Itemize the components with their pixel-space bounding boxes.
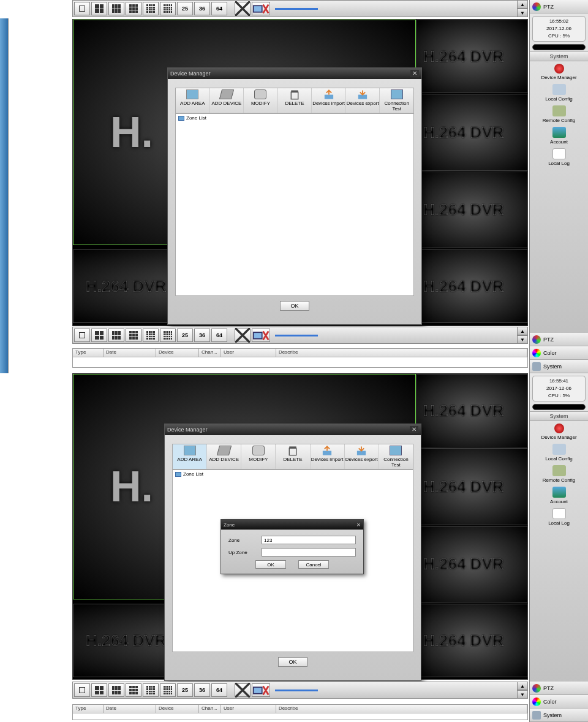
col-device[interactable]: Device xyxy=(156,705,199,713)
col-date[interactable]: Date xyxy=(104,705,156,713)
toolbar-scroll-arrows[interactable]: ▲▼ xyxy=(517,0,528,17)
layout-9-button[interactable] xyxy=(126,2,141,15)
disconnect-all-button[interactable] xyxy=(252,683,270,697)
layout-4-button[interactable] xyxy=(91,683,107,697)
sidebar-account[interactable]: Account xyxy=(530,484,588,506)
devices-export-button[interactable]: Devices export xyxy=(345,444,379,469)
layout-6-button[interactable] xyxy=(108,2,124,15)
modify-button[interactable]: MODIFY xyxy=(241,444,276,469)
col-chan[interactable]: Chan... xyxy=(199,349,221,357)
delete-button[interactable]: DELETE xyxy=(276,444,310,469)
disconnect-all-button[interactable] xyxy=(252,329,270,342)
col-user[interactable]: User xyxy=(221,705,276,713)
delete-button[interactable]: DELETE xyxy=(278,88,312,113)
sidebar-local-config[interactable]: Local Config xyxy=(530,441,588,463)
col-chan[interactable]: Chan... xyxy=(199,705,221,713)
tab-color[interactable]: Color xyxy=(530,346,588,360)
fullscreen-button[interactable] xyxy=(235,329,251,342)
col-describe[interactable]: Describe xyxy=(276,705,527,713)
zoom-slider[interactable] xyxy=(275,688,522,692)
layout-25-button[interactable]: 25 xyxy=(177,2,193,15)
layout-4-button[interactable] xyxy=(91,329,107,342)
sidebar-local-config[interactable]: Local Config xyxy=(530,82,588,103)
sidebar-remote-config[interactable]: Remote Config xyxy=(530,103,588,124)
sidebar-local-log[interactable]: Local Log xyxy=(530,146,588,167)
col-user[interactable]: User xyxy=(221,349,276,357)
layout-16-button[interactable] xyxy=(143,2,159,15)
video-panel-br[interactable]: H.264 DVR xyxy=(417,249,528,323)
layout-9-button[interactable] xyxy=(126,683,141,697)
tab-ptz[interactable]: PTZ xyxy=(530,0,588,13)
sidebar-device-manager[interactable]: Device Manager xyxy=(530,421,588,441)
sidebar-local-log[interactable]: Local Log xyxy=(530,506,588,527)
tab-system[interactable]: System xyxy=(530,360,588,373)
layout-16-button[interactable] xyxy=(143,329,159,342)
video-panel-r1[interactable]: H.264 DVR xyxy=(417,374,528,447)
layout-36-button[interactable]: 36 xyxy=(194,683,210,697)
dialog-close-button[interactable]: ✕ xyxy=(410,70,419,77)
upzone-input[interactable] xyxy=(262,548,356,557)
connection-test-button[interactable]: Connection Test xyxy=(380,88,413,113)
tab-ptz-bottom[interactable]: PTZ xyxy=(530,682,588,695)
video-panel-r2[interactable]: H.264 DVR xyxy=(417,448,528,525)
layout-36-button[interactable]: 36 xyxy=(194,2,210,15)
add-device-button[interactable]: ADD DEVICE xyxy=(207,444,241,469)
layout-many-button[interactable] xyxy=(160,683,176,697)
col-device[interactable]: Device xyxy=(156,349,199,357)
connection-test-button[interactable]: Connection Test xyxy=(379,444,413,469)
disconnect-all-button[interactable] xyxy=(252,2,270,15)
device-manager-ok-button[interactable]: OK xyxy=(280,301,309,311)
zone-ok-button[interactable]: OK xyxy=(255,560,286,569)
layout-1-button[interactable] xyxy=(74,683,90,697)
modify-button[interactable]: MODIFY xyxy=(244,88,278,113)
layout-6-button[interactable] xyxy=(108,329,124,342)
devices-import-button[interactable]: Devices import xyxy=(312,88,346,113)
zoom-slider[interactable] xyxy=(275,7,522,10)
layout-64-button[interactable]: 64 xyxy=(211,329,227,342)
fullscreen-button[interactable] xyxy=(235,2,251,15)
device-manager-ok-button[interactable]: OK xyxy=(278,657,307,667)
layout-25-button[interactable]: 25 xyxy=(177,683,193,697)
layout-4-button[interactable] xyxy=(91,2,107,15)
add-area-button[interactable]: ADD AREA xyxy=(176,88,210,113)
col-date[interactable]: Date xyxy=(104,349,156,357)
col-type[interactable]: Type xyxy=(73,349,104,357)
sidebar-remote-config[interactable]: Remote Config xyxy=(530,463,588,484)
tab-system[interactable]: System xyxy=(530,709,588,722)
zone-list-node[interactable]: Zone List xyxy=(173,470,413,478)
fullscreen-button[interactable] xyxy=(235,683,251,697)
sidebar-account[interactable]: Account xyxy=(530,124,588,146)
layout-64-button[interactable]: 64 xyxy=(211,683,227,697)
video-panel-r2[interactable]: H.264 DVR xyxy=(417,94,528,171)
toolbar-scroll-arrows[interactable]: ▲▼ xyxy=(517,682,528,699)
layout-6-button[interactable] xyxy=(108,683,124,697)
zone-input[interactable] xyxy=(262,536,356,544)
devices-import-button[interactable]: Devices import xyxy=(311,444,345,469)
video-panel-br[interactable]: H.264 DVR xyxy=(417,604,528,677)
sidebar-device-manager[interactable]: Device Manager xyxy=(530,61,588,82)
layout-64-button[interactable]: 64 xyxy=(211,2,227,15)
zone-list-node[interactable]: Zone List xyxy=(176,114,413,122)
toolbar-scroll-arrows[interactable]: ▲▼ xyxy=(517,327,528,344)
devices-export-button[interactable]: Devices export xyxy=(346,88,380,113)
device-manager-tree[interactable]: Zone List xyxy=(175,113,414,296)
zone-dialog-titlebar[interactable]: Zone ✕ xyxy=(221,520,363,530)
dialog-titlebar[interactable]: Device Manager ✕ xyxy=(165,424,421,435)
video-panel-r3[interactable]: H.264 DVR xyxy=(417,526,528,602)
col-describe[interactable]: Describe xyxy=(276,349,527,357)
add-area-button[interactable]: ADD AREA xyxy=(173,444,207,469)
layout-1-button[interactable] xyxy=(74,2,90,15)
zone-dialog-close-button[interactable]: ✕ xyxy=(356,522,361,528)
tab-color[interactable]: Color xyxy=(530,695,588,709)
video-panel-r3[interactable]: H.264 DVR xyxy=(417,172,528,248)
layout-many-button[interactable] xyxy=(160,329,176,342)
zoom-slider[interactable] xyxy=(275,333,522,337)
col-type[interactable]: Type xyxy=(73,705,104,713)
layout-9-button[interactable] xyxy=(126,329,141,342)
video-panel-r1[interactable]: H.264 DVR xyxy=(417,20,528,93)
zone-cancel-button[interactable]: Cancel xyxy=(298,560,329,569)
dialog-titlebar[interactable]: Device Manager ✕ xyxy=(168,68,421,79)
layout-16-button[interactable] xyxy=(143,683,159,697)
layout-25-button[interactable]: 25 xyxy=(177,329,193,342)
tab-ptz-bottom[interactable]: PTZ xyxy=(530,333,588,346)
